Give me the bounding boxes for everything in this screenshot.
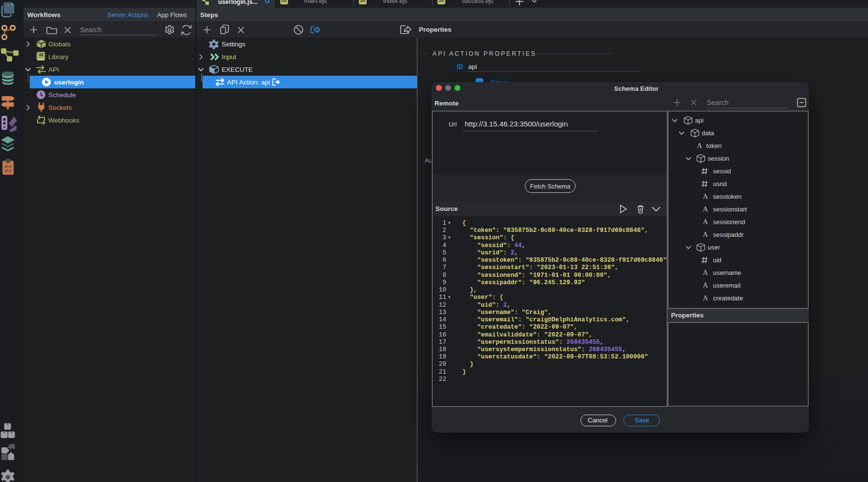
svg-text:A: A bbox=[703, 205, 708, 213]
svg-text:A: A bbox=[703, 231, 708, 238]
svg-text:A: A bbox=[703, 218, 708, 226]
svg-text:A: A bbox=[703, 294, 708, 302]
svg-text:A: A bbox=[703, 269, 708, 276]
svg-text:A: A bbox=[703, 192, 708, 200]
svg-text:A: A bbox=[697, 142, 702, 149]
svg-text:A: A bbox=[703, 281, 708, 289]
